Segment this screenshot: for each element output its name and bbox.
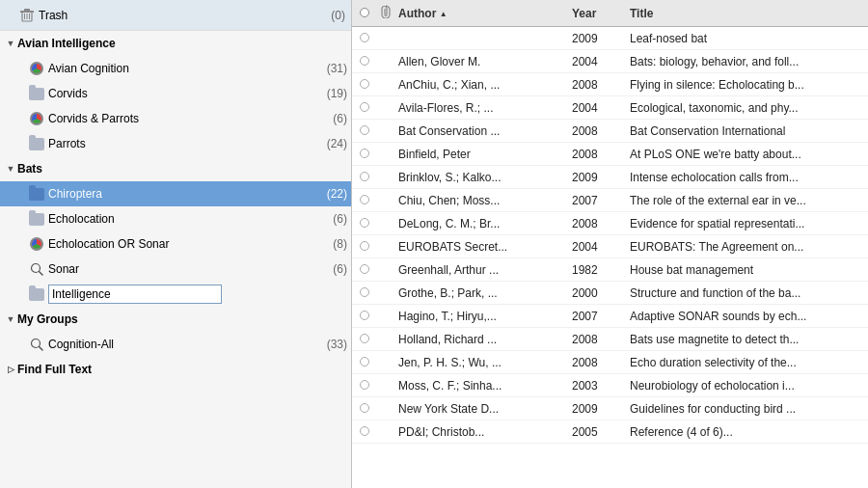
table-row[interactable]: Brinklov, S.; Kalko... 2009 Intense echo… — [352, 166, 868, 189]
table-row[interactable]: Chiu, Chen; Moss... 2007 The role of the… — [352, 189, 868, 212]
content-panel: Author ▲ Year Title 2009 Leaf-nosed bat … — [352, 0, 868, 488]
sidebar-item-avian-cognition[interactable]: Avian Cognition (31) — [0, 56, 351, 81]
td-status-5 — [356, 148, 375, 161]
td-title-15: Neurobiology of echolocation i... — [626, 379, 864, 393]
table-row[interactable]: Allen, Glover M. 2004 Bats: biology, beh… — [352, 50, 868, 73]
chiroptera-count: (22) — [327, 187, 347, 201]
cognition-all-count: (33) — [327, 338, 347, 351]
sidebar-item-chiroptera[interactable]: Chiroptera (22) — [0, 181, 351, 206]
table-row[interactable]: AnChiu, C.; Xian, ... 2008 Flying in sil… — [352, 73, 868, 96]
section-my-groups-label: My Groups — [17, 312, 347, 326]
th-attach[interactable] — [375, 5, 394, 21]
table-row[interactable]: Moss, C. F.; Sinha... 2003 Neurobiology … — [352, 374, 868, 397]
svg-rect-1 — [20, 11, 34, 13]
sonar-icon — [29, 261, 44, 277]
find-full-text-expander: ▷ — [4, 363, 17, 376]
corvids-count: (19) — [327, 87, 347, 100]
table-row[interactable]: New York State D... 2009 Guidelines for … — [352, 397, 868, 420]
trash-item[interactable]: Trash (0) — [0, 0, 351, 31]
sidebar-item-cognition-all[interactable]: Cognition-All (33) — [0, 332, 351, 357]
td-year-12: 2007 — [568, 310, 626, 323]
td-title-17: Reference (4 of 6)... — [626, 425, 864, 439]
td-title-0: Leaf-nosed bat — [626, 32, 864, 45]
td-status-12 — [356, 310, 375, 323]
td-author-15: Moss, C. F.; Sinha... — [394, 379, 568, 393]
th-year[interactable]: Year — [568, 7, 626, 20]
sidebar-item-sonar[interactable]: Sonar (6) — [0, 257, 351, 282]
parrots-count: (24) — [327, 137, 347, 150]
table-row[interactable]: Holland, Richard ... 2008 Bats use magne… — [352, 328, 868, 351]
intelligence-input[interactable] — [48, 285, 222, 304]
section-bats-label: Bats — [17, 162, 347, 176]
section-bats[interactable]: ▼ Bats — [0, 156, 351, 181]
td-author-5: Binfield, Peter — [394, 148, 568, 161]
sonar-label: Sonar — [48, 262, 329, 276]
sidebar-item-corvids[interactable]: Corvids (19) — [0, 81, 351, 106]
td-year-9: 2004 — [568, 240, 626, 254]
td-status-4 — [356, 124, 375, 138]
table-row[interactable]: DeLong, C. M.; Br... 2008 Evidence for s… — [352, 212, 868, 235]
intelligence-icon — [29, 286, 44, 302]
sidebar-item-corvids-parrots[interactable]: Corvids & Parrots (6) — [0, 106, 351, 131]
sidebar-item-echolocation-or-sonar[interactable]: Echolocation OR Sonar (8) — [0, 231, 351, 257]
td-year-1: 2004 — [568, 55, 626, 68]
td-year-7: 2007 — [568, 194, 626, 207]
table-row[interactable]: Grothe, B.; Park, ... 2000 Structure and… — [352, 282, 868, 305]
td-year-4: 2008 — [568, 124, 626, 138]
td-status-11 — [356, 286, 375, 300]
echolocation-icon — [29, 211, 44, 227]
td-year-5: 2008 — [568, 148, 626, 161]
td-year-13: 2008 — [568, 333, 626, 346]
table-row[interactable]: Bat Conservation ... 2008 Bat Conservati… — [352, 120, 868, 143]
td-status-8 — [356, 217, 375, 230]
td-author-11: Grothe, B.; Park, ... — [394, 286, 568, 300]
sidebar-item-parrots[interactable]: Parrots (24) — [0, 131, 351, 156]
table-row[interactable]: Avila-Flores, R.; ... 2004 Ecological, t… — [352, 96, 868, 120]
cognition-all-icon — [29, 337, 44, 352]
avian-expander: ▼ — [4, 37, 17, 50]
table-body: 2009 Leaf-nosed bat Allen, Glover M. 200… — [352, 27, 868, 488]
td-year-16: 2009 — [568, 402, 626, 416]
td-title-12: Adaptive SONAR sounds by ech... — [626, 310, 864, 323]
sonar-count: (6) — [333, 262, 347, 276]
section-avian-intelligence[interactable]: ▼ Avian Intelligence — [0, 31, 351, 56]
section-find-full-text[interactable]: ▷ Find Full Text — [0, 357, 351, 382]
author-sort-arrow: ▲ — [440, 10, 448, 18]
td-author-7: Chiu, Chen; Moss... — [394, 194, 568, 207]
td-year-17: 2005 — [568, 425, 626, 439]
echolocation-or-sonar-label: Echolocation OR Sonar — [48, 237, 329, 251]
td-year-8: 2008 — [568, 217, 626, 230]
td-status-16 — [356, 402, 375, 416]
table-row[interactable]: Binfield, Peter 2008 At PLoS ONE we're b… — [352, 143, 868, 166]
sidebar-item-intelligence[interactable] — [0, 282, 351, 307]
table-row[interactable]: Jen, P. H. S.; Wu, ... 2008 Echo duratio… — [352, 351, 868, 374]
svg-line-7 — [40, 272, 43, 276]
parrots-label: Parrots — [48, 137, 323, 150]
table-row[interactable]: EUROBATS Secret... 2004 EUROBATS: The Ag… — [352, 235, 868, 258]
sidebar-item-echolocation[interactable]: Echolocation (6) — [0, 206, 351, 231]
sidebar: Trash (0) ▼ Avian Intelligence Avian Cog… — [0, 0, 352, 488]
th-status[interactable] — [356, 7, 375, 20]
echolocation-or-sonar-icon — [29, 236, 44, 252]
trash-expander — [6, 9, 19, 22]
corvids-parrots-icon — [29, 111, 44, 126]
section-my-groups[interactable]: ▼ My Groups — [0, 307, 351, 332]
td-title-13: Bats use magnetite to detect th... — [626, 333, 864, 346]
td-year-6: 2009 — [568, 171, 626, 184]
td-year-11: 2000 — [568, 286, 626, 300]
td-year-0: 2009 — [568, 32, 626, 45]
table-row[interactable]: 2009 Leaf-nosed bat — [352, 27, 868, 50]
my-groups-expander: ▼ — [4, 312, 17, 326]
td-title-1: Bats: biology, behavior, and foll... — [626, 55, 864, 68]
corvids-label: Corvids — [48, 87, 323, 100]
th-title[interactable]: Title — [626, 7, 864, 20]
table-row[interactable]: Greenhall, Arthur ... 1982 House bat man… — [352, 258, 868, 282]
trash-count: (0) — [331, 9, 345, 22]
table-row[interactable]: PD&I; Christob... 2005 Reference (4 of 6… — [352, 420, 868, 444]
td-title-16: Guidelines for conducting bird ... — [626, 402, 864, 416]
th-author[interactable]: Author ▲ — [394, 7, 568, 20]
td-author-16: New York State D... — [394, 402, 568, 416]
echolocation-count: (6) — [333, 212, 347, 226]
avian-cognition-label: Avian Cognition — [48, 62, 323, 75]
table-row[interactable]: Hagino, T.; Hiryu,... 2007 Adaptive SONA… — [352, 305, 868, 328]
